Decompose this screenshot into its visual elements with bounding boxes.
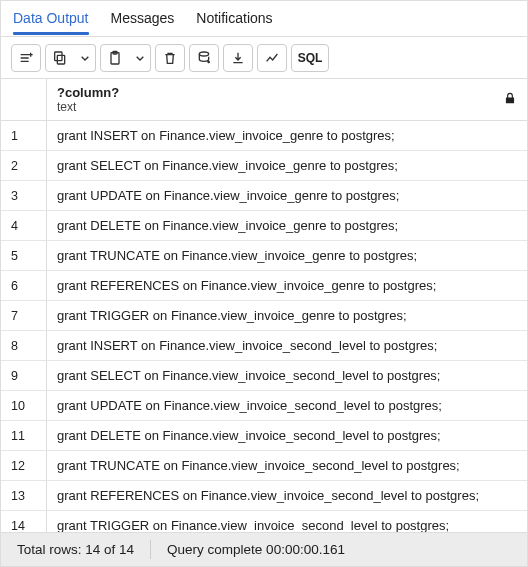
table-row[interactable]: 4grant DELETE on Finance.view_invoice_ge… (1, 211, 527, 241)
grid-body: 1grant INSERT on Finance.view_invoice_ge… (1, 121, 527, 541)
toolbar: SQL (1, 37, 527, 79)
status-bar: Total rows: 14 of 14 Query complete 00:0… (1, 532, 527, 566)
graph-visualizer-button[interactable] (257, 44, 287, 72)
column-title: ?column? (57, 85, 119, 101)
row-number[interactable]: 1 (1, 121, 47, 150)
status-total-rows: Total rows: 14 of 14 (1, 533, 150, 566)
cell[interactable]: grant REFERENCES on Finance.view_invoice… (47, 271, 527, 300)
save-db-icon (196, 50, 212, 66)
copy-options-button[interactable] (74, 44, 96, 72)
data-grid: ?column? text 1grant INSERT on Finance.v… (1, 79, 527, 541)
cell[interactable]: grant UPDATE on Finance.view_invoice_gen… (47, 181, 527, 210)
download-button[interactable] (223, 44, 253, 72)
row-number[interactable]: 4 (1, 211, 47, 240)
cell[interactable]: grant INSERT on Finance.view_invoice_gen… (47, 121, 527, 150)
paste-options-button[interactable] (129, 44, 151, 72)
table-row[interactable]: 11grant DELETE on Finance.view_invoice_s… (1, 421, 527, 451)
tab-data-output[interactable]: Data Output (13, 10, 89, 34)
table-row[interactable]: 10grant UPDATE on Finance.view_invoice_s… (1, 391, 527, 421)
row-number[interactable]: 7 (1, 301, 47, 330)
cell[interactable]: grant DELETE on Finance.view_invoice_gen… (47, 211, 527, 240)
paste-button[interactable] (100, 44, 130, 72)
copy-button[interactable] (45, 44, 75, 72)
column-header[interactable]: ?column? text (47, 79, 527, 120)
cell[interactable]: grant SELECT on Finance.view_invoice_sec… (47, 361, 527, 390)
table-row[interactable]: 13grant REFERENCES on Finance.view_invoi… (1, 481, 527, 511)
row-number[interactable]: 2 (1, 151, 47, 180)
cell[interactable]: grant SELECT on Finance.view_invoice_gen… (47, 151, 527, 180)
lock-icon (503, 91, 517, 108)
row-number-header[interactable] (1, 79, 47, 120)
table-row[interactable]: 7grant TRIGGER on Finance.view_invoice_g… (1, 301, 527, 331)
row-number[interactable]: 6 (1, 271, 47, 300)
row-number[interactable]: 10 (1, 391, 47, 420)
svg-rect-1 (55, 52, 62, 61)
row-number[interactable]: 3 (1, 181, 47, 210)
svg-rect-0 (57, 55, 64, 64)
add-row-icon (18, 50, 34, 66)
chevron-down-icon (132, 50, 148, 66)
tab-notifications[interactable]: Notifications (196, 10, 272, 34)
cell[interactable]: grant REFERENCES on Finance.view_invoice… (47, 481, 527, 510)
chevron-down-icon (77, 50, 93, 66)
table-row[interactable]: 9grant SELECT on Finance.view_invoice_se… (1, 361, 527, 391)
delete-button[interactable] (155, 44, 185, 72)
row-number[interactable]: 12 (1, 451, 47, 480)
chart-line-icon (264, 50, 280, 66)
row-number[interactable]: 9 (1, 361, 47, 390)
grid-header: ?column? text (1, 79, 527, 121)
save-data-changes-button[interactable] (189, 44, 219, 72)
table-row[interactable]: 5grant TRUNCATE on Finance.view_invoice_… (1, 241, 527, 271)
table-row[interactable]: 6grant REFERENCES on Finance.view_invoic… (1, 271, 527, 301)
table-row[interactable]: 2grant SELECT on Finance.view_invoice_ge… (1, 151, 527, 181)
table-row[interactable]: 12grant TRUNCATE on Finance.view_invoice… (1, 451, 527, 481)
tab-messages[interactable]: Messages (111, 10, 175, 34)
table-row[interactable]: 1grant INSERT on Finance.view_invoice_ge… (1, 121, 527, 151)
trash-icon (162, 50, 178, 66)
cell[interactable]: grant TRUNCATE on Finance.view_invoice_s… (47, 451, 527, 480)
row-number[interactable]: 13 (1, 481, 47, 510)
row-number[interactable]: 8 (1, 331, 47, 360)
copy-icon (52, 50, 68, 66)
cell[interactable]: grant TRUNCATE on Finance.view_invoice_g… (47, 241, 527, 270)
cell[interactable]: grant DELETE on Finance.view_invoice_sec… (47, 421, 527, 450)
cell[interactable]: grant INSERT on Finance.view_invoice_sec… (47, 331, 527, 360)
row-number[interactable]: 11 (1, 421, 47, 450)
download-icon (230, 50, 246, 66)
column-type: text (57, 100, 119, 114)
row-number[interactable]: 5 (1, 241, 47, 270)
clipboard-icon (107, 50, 123, 66)
tabs-bar: Data Output Messages Notifications (1, 1, 527, 37)
svg-point-4 (199, 52, 208, 56)
sql-button[interactable]: SQL (291, 44, 329, 72)
status-query-complete: Query complete 00:00:00.161 (151, 533, 361, 566)
cell[interactable]: grant UPDATE on Finance.view_invoice_sec… (47, 391, 527, 420)
cell[interactable]: grant TRIGGER on Finance.view_invoice_ge… (47, 301, 527, 330)
table-row[interactable]: 3grant UPDATE on Finance.view_invoice_ge… (1, 181, 527, 211)
add-row-button[interactable] (11, 44, 41, 72)
table-row[interactable]: 8grant INSERT on Finance.view_invoice_se… (1, 331, 527, 361)
